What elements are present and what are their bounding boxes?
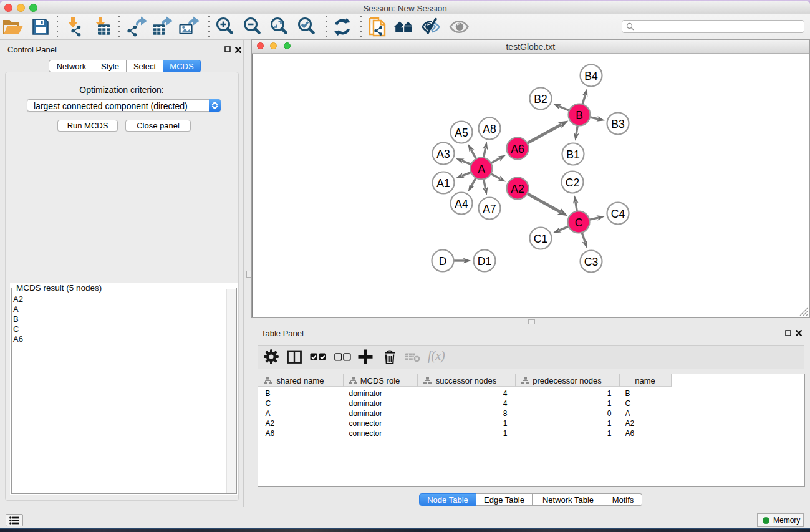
svg-text:B1: B1 (566, 148, 579, 161)
svg-text:A1: A1 (436, 177, 450, 190)
svg-text:A5: A5 (455, 127, 468, 139)
svg-text:D1: D1 (477, 255, 491, 268)
svg-text:D: D (438, 255, 446, 268)
svg-text:B4: B4 (584, 70, 598, 82)
svg-text:A7: A7 (483, 203, 496, 215)
svg-text:A3: A3 (436, 148, 450, 160)
svg-text:B2: B2 (534, 93, 547, 105)
svg-text:C1: C1 (533, 233, 547, 245)
svg-text:B3: B3 (611, 118, 624, 130)
svg-text:C4: C4 (610, 208, 625, 220)
svg-text:A8: A8 (483, 123, 496, 135)
svg-text:C2: C2 (565, 177, 579, 189)
svg-text:A: A (478, 163, 485, 175)
svg-text:C3: C3 (584, 256, 597, 268)
svg-text:B: B (576, 109, 583, 122)
svg-text:C: C (574, 216, 582, 229)
svg-text:A6: A6 (511, 143, 524, 155)
svg-text:A4: A4 (455, 198, 468, 210)
svg-text:A2: A2 (511, 183, 524, 195)
